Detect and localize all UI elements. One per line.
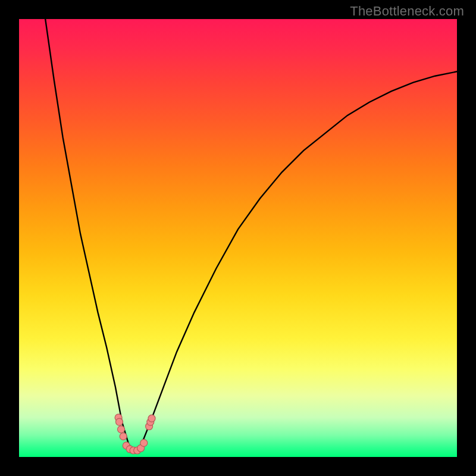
- curve-line: [45, 19, 457, 450]
- data-marker: [120, 433, 127, 440]
- data-marker: [140, 439, 148, 446]
- watermark-text: TheBottleneck.com: [350, 4, 464, 19]
- data-marker: [118, 426, 125, 433]
- data-marker: [116, 418, 123, 425]
- plot-area: [19, 19, 457, 457]
- chart-frame: TheBottleneck.com: [0, 0, 476, 476]
- chart-svg: [19, 19, 457, 457]
- data-marker: [148, 415, 155, 422]
- marker-group: [115, 414, 155, 454]
